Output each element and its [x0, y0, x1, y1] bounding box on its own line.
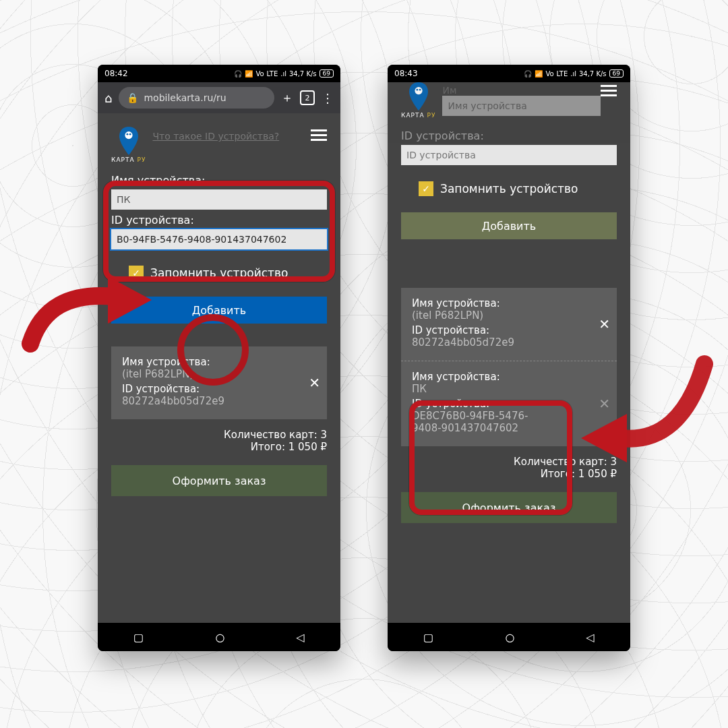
logo: КАРТА РУ [111, 127, 146, 163]
checkbox-icon[interactable]: ✓ [129, 266, 144, 280]
hamburger-icon[interactable] [601, 82, 617, 99]
svg-point-1 [126, 133, 128, 135]
home-icon[interactable]: ⌂ [104, 91, 112, 105]
remember-label: Запомнить устройство [440, 182, 578, 195]
screenshot-right: 08:43 🎧 📶 Vo LTE .ıl 34,7 K/s 69 КАРТА Р… [388, 65, 630, 651]
nav-recent-icon[interactable]: ▢ [423, 631, 433, 644]
battery-icon: 69 [609, 69, 624, 78]
device-card-1: Имя устройства: (itel P682LPN) ID устрой… [401, 288, 617, 361]
status-time: 08:42 [104, 69, 128, 78]
kebab-icon[interactable]: ⋮ [322, 91, 334, 105]
page-content: КАРТА РУ Им ID устройства: ✓ Запомнить у… [388, 82, 630, 623]
logo: КАРТА РУ [401, 82, 435, 119]
nav-back-icon[interactable]: ◁ [297, 631, 305, 644]
device-id-label: ID устройства: [111, 214, 327, 226]
nav-back-icon[interactable]: ◁ [586, 631, 595, 644]
device-card-2: Имя устройства: ПК ID устройства: DE8C76… [401, 361, 617, 446]
hint-link[interactable]: Что такое ID устройства? [152, 131, 311, 142]
device-name-input[interactable] [442, 96, 601, 116]
device-name-label: Имя устройства: [111, 174, 327, 187]
nav-recent-icon[interactable]: ▢ [133, 631, 144, 644]
url-text: mobilekarta.ru/ru [144, 92, 226, 103]
page-content: - КАРТА РУ Что такое ID устройства? Имя … [98, 113, 340, 623]
device-name-input[interactable] [111, 189, 327, 210]
status-bar: 08:43 🎧 📶 Vo LTE .ıl 34,7 K/s 69 [388, 65, 630, 82]
summary: Количество карт: 3 Итого: 1 050 ₽ [111, 429, 327, 453]
device-card-1: Имя устройства: (itel P682LPN) ID устрой… [111, 346, 327, 419]
android-navbar: ▢ ○ ◁ [98, 623, 340, 651]
nav-home-icon[interactable]: ○ [215, 631, 224, 644]
screenshot-left: 08:42 🎧 📶 Vo LTE .ıl 34,7 K/s 69 ⌂ 🔒 mob… [98, 65, 340, 651]
remember-row[interactable]: ✓ Запомнить устройство [419, 181, 617, 196]
add-button[interactable]: Добавить [401, 212, 617, 239]
battery-icon: 69 [320, 69, 334, 78]
order-button[interactable]: Оформить заказ [111, 465, 327, 496]
headphones-icon: 🎧 [524, 70, 532, 78]
remember-label: Запомнить устройство [150, 266, 288, 280]
plus-icon[interactable]: ＋ [281, 90, 293, 106]
url-bar[interactable]: 🔒 mobilekarta.ru/ru [119, 87, 274, 109]
volte-icon: Vo [545, 70, 553, 78]
svg-point-0 [125, 131, 132, 139]
remember-row[interactable]: ✓ Запомнить устройство [129, 266, 327, 280]
checkbox-icon[interactable]: ✓ [419, 181, 433, 196]
device-id-input[interactable] [401, 145, 617, 165]
android-navbar: ▢ ○ ◁ [388, 623, 630, 651]
summary: Количество карт: 3 Итого: 1 050 ₽ [401, 456, 617, 480]
headphones-icon: 🎧 [234, 70, 242, 78]
hamburger-icon[interactable] [311, 127, 327, 144]
order-button[interactable]: Оформить заказ [401, 492, 617, 523]
svg-point-2 [129, 133, 131, 135]
nav-home-icon[interactable]: ○ [505, 631, 514, 644]
close-icon[interactable]: ✕ [599, 316, 610, 332]
svg-point-3 [415, 87, 422, 94]
volte-icon: Vo [255, 70, 264, 78]
svg-point-4 [416, 89, 418, 91]
browser-toolbar: ⌂ 🔒 mobilekarta.ru/ru ＋ 2 ⋮ [98, 82, 340, 113]
close-icon[interactable]: ✕ [599, 396, 610, 412]
svg-point-5 [419, 89, 421, 91]
status-time: 08:43 [394, 69, 418, 78]
tabs-button[interactable]: 2 [300, 90, 315, 105]
close-icon[interactable]: ✕ [309, 375, 320, 391]
lock-icon: 🔒 [127, 92, 138, 103]
device-id-label: ID устройства: [401, 129, 617, 142]
signal-icon: .ıl [280, 70, 286, 78]
signal-icon: .ıl [570, 70, 576, 78]
status-bar: 08:42 🎧 📶 Vo LTE .ıl 34,7 K/s 69 [98, 65, 340, 82]
add-button[interactable]: Добавить [111, 297, 327, 324]
wifi-icon: 📶 [535, 70, 543, 78]
device-id-input[interactable] [111, 229, 327, 249]
wifi-icon: 📶 [245, 70, 253, 78]
